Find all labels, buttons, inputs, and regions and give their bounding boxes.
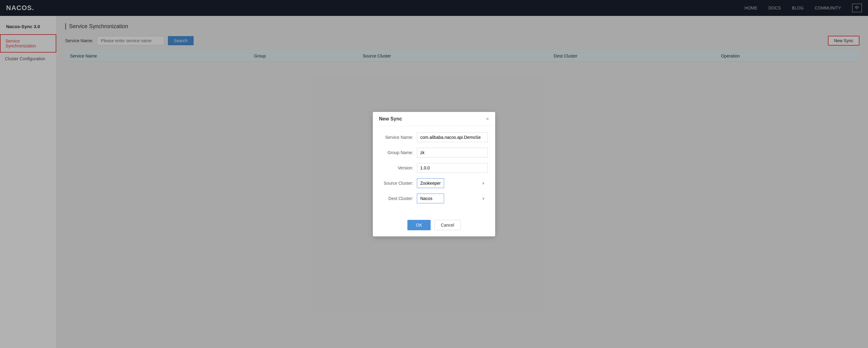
form-row-service-name: Service Name: [380, 132, 488, 142]
form-select-source-cluster[interactable]: Zookeeper Nacos [417, 178, 444, 188]
ok-button[interactable]: OK [407, 220, 431, 230]
form-input-version[interactable] [417, 163, 488, 173]
form-input-group-name[interactable] [417, 148, 488, 157]
modal-footer: OK Cancel [373, 215, 495, 236]
form-label-service-name: Service Name: [380, 135, 417, 140]
modal-body: Service Name: Group Name: Version: Sourc… [373, 126, 495, 215]
new-sync-modal: New Sync × Service Name: Group Name: Ver… [373, 112, 495, 236]
modal-close-button[interactable]: × [486, 116, 489, 122]
modal-header: New Sync × [373, 112, 495, 126]
form-label-dest-cluster: Dest Cluster: [380, 196, 417, 201]
form-label-version: Version: [380, 165, 417, 170]
source-cluster-select-wrapper: Zookeeper Nacos [417, 178, 488, 188]
cancel-button[interactable]: Cancel [434, 220, 461, 230]
form-row-source-cluster: Source Cluster: Zookeeper Nacos [380, 178, 488, 188]
form-input-service-name[interactable] [417, 132, 488, 142]
form-row-group-name: Group Name: [380, 148, 488, 157]
modal-title: New Sync [379, 116, 402, 122]
form-select-dest-cluster[interactable]: Nacos Zookeeper [417, 194, 444, 203]
modal-overlay: New Sync × Service Name: Group Name: Ver… [0, 0, 868, 348]
form-label-group-name: Group Name: [380, 150, 417, 155]
form-row-version: Version: [380, 163, 488, 173]
form-label-source-cluster: Source Cluster: [380, 181, 417, 186]
form-row-dest-cluster: Dest Cluster: Nacos Zookeeper [380, 194, 488, 203]
dest-cluster-select-wrapper: Nacos Zookeeper [417, 194, 488, 203]
